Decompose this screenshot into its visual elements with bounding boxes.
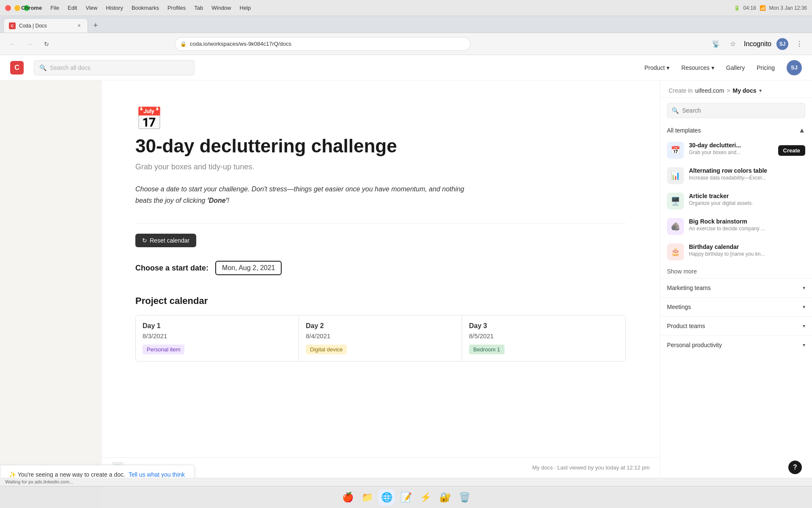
tab-close-button[interactable]: ✕ (76, 22, 82, 29)
header-nav: Product ▾ Resources ▾ Gallery Pricing SJ (645, 60, 802, 75)
template-icon-birthday-cal: 🎂 (667, 243, 684, 260)
panel-section-meetings: Meetings ▾ (660, 297, 812, 316)
doc-subtitle: Grab your boxes and tidy-up tunes. (135, 163, 626, 171)
tab-menu-item[interactable]: Tab (194, 5, 203, 11)
user-avatar-small[interactable]: SJ (776, 38, 788, 50)
tabbar: C Coda | Docs ✕ + (0, 16, 812, 33)
doc-emoji: 📅 (135, 106, 626, 132)
product-teams-section-header[interactable]: Product teams ▾ (660, 317, 812, 335)
template-desc-article-tracker: Organize your digital assets. (689, 200, 782, 206)
dock-finder2-icon[interactable]: 📁 (359, 489, 375, 505)
user-avatar[interactable]: SJ (787, 60, 802, 75)
show-more-button[interactable]: Show more (660, 265, 812, 278)
datetime: Mon 3 Jan 12:36 (769, 5, 807, 11)
resources-dropdown-icon: ▾ (711, 64, 714, 71)
calendar-day-3: Day 3 8/5/2021 Bedroom 1 (462, 315, 625, 361)
day-2-tag[interactable]: Digital device (306, 345, 347, 354)
day-2-header: Day 2 (306, 322, 455, 330)
template-desc-alt-row: Increase data readability—Excel... (689, 175, 782, 181)
template-text-big-rock: Big Rock brainstorm An exercise to decid… (689, 218, 805, 232)
help-button[interactable]: ? (788, 461, 802, 474)
charge-time: 04:18 (743, 5, 756, 11)
templates-collapse-button[interactable]: ▲ (798, 127, 805, 134)
day-3-tag[interactable]: Bedroom 1 (469, 345, 505, 354)
dock-chrome-icon[interactable]: 🌐 (379, 489, 395, 505)
template-name-birthday-cal: Birthday calendar (689, 243, 805, 250)
panel-search-input[interactable] (682, 107, 801, 114)
template-name-article-tracker: Article tracker (689, 193, 805, 199)
dock-trash-icon[interactable]: 🗑️ (456, 489, 472, 505)
addressbar-right: 📡 ☆ Incognito SJ ⋮ (710, 38, 805, 50)
file-menu-item[interactable]: File (50, 5, 59, 11)
profiles-menu-item[interactable]: Profiles (167, 5, 186, 11)
template-name-big-rock: Big Rock brainstorm (689, 218, 805, 225)
dock-lock-icon[interactable]: 🔐 (437, 489, 453, 505)
panel-search-icon: 🔍 (672, 107, 679, 114)
pricing-nav-item[interactable]: Pricing (757, 64, 775, 71)
template-text-declutter: 30-day declutteri... Grab your boxes and… (689, 142, 773, 155)
project-calendar-title: Project calendar (135, 295, 626, 306)
panel-search[interactable]: 🔍 (667, 103, 805, 118)
edit-menu-item[interactable]: Edit (68, 5, 77, 11)
titlebar: Chrome File Edit View History Bookmarks … (0, 0, 812, 16)
panel-section-product-teams: Product teams ▾ (660, 316, 812, 335)
template-desc-big-rock: An exercise to decide company ... (689, 226, 782, 232)
close-button[interactable] (5, 5, 11, 11)
browser-tab[interactable]: C Coda | Docs ✕ (3, 18, 88, 33)
user-label: Incognito (744, 40, 771, 48)
product-dropdown-icon: ▾ (667, 64, 669, 71)
header-search[interactable]: 🔍 Search all docs (34, 60, 195, 75)
template-text-birthday-cal: Birthday calendar Happy birthday to [nam… (689, 243, 805, 257)
bookmarks-menu-item[interactable]: Bookmarks (132, 5, 159, 11)
marketing-teams-section-header[interactable]: Marketing teams ▾ (660, 279, 812, 297)
template-icon-big-rock: 🪨 (667, 218, 684, 235)
start-date-picker[interactable]: Mon, Aug 2, 2021 (215, 261, 282, 275)
template-item-alt-row[interactable]: 📊 Alternating row colors table Increase … (660, 163, 812, 188)
create-in-chevron-icon: ▾ (759, 88, 762, 94)
gallery-nav-item[interactable]: Gallery (726, 64, 745, 71)
dock: 🍎 📁 🌐 📝 ⚡ 🔐 🗑️ (0, 486, 812, 508)
resources-nav-item[interactable]: Resources ▾ (681, 64, 714, 71)
url-bar[interactable]: 🔒 coda.io/workspaces/ws-9k084c17rQ/docs (175, 37, 471, 51)
product-nav-item[interactable]: Product ▾ (645, 64, 669, 71)
reset-calendar-button[interactable]: ↻ Reset calendar (135, 234, 196, 247)
wifi-icon: 📶 (760, 5, 766, 11)
history-menu-item[interactable]: History (106, 5, 123, 11)
template-item-declutter[interactable]: 📅 30-day declutteri... Grab your boxes a… (660, 138, 812, 163)
dock-bolt-icon[interactable]: ⚡ (417, 489, 433, 505)
template-item-birthday-cal[interactable]: 🎂 Birthday calendar Happy birthday to [n… (660, 239, 812, 265)
view-menu-item[interactable]: View (85, 5, 97, 11)
reload-button[interactable]: ↻ (41, 38, 52, 50)
window-menu-item[interactable]: Window (211, 5, 231, 11)
create-in-site-link[interactable]: uifeed.com (695, 87, 724, 94)
meetings-label: Meetings (667, 304, 691, 310)
dock-finder-icon[interactable]: 🍎 (340, 489, 356, 505)
meetings-section-header[interactable]: Meetings ▾ (660, 298, 812, 316)
coda-logo[interactable]: C (10, 61, 24, 75)
back-button[interactable]: ← (7, 38, 19, 50)
template-item-big-rock[interactable]: 🪨 Big Rock brainstorm An exercise to dec… (660, 214, 812, 239)
create-in-label: Create in (669, 87, 693, 94)
create-button-declutter[interactable]: Create (778, 145, 805, 156)
dock-notes-icon[interactable]: 📝 (398, 489, 414, 505)
doc-body: Choose a date to start your challenge. D… (135, 183, 465, 206)
minimize-button[interactable] (14, 5, 20, 11)
day-1-header: Day 1 (143, 322, 292, 330)
templates-header: All templates ▲ (660, 123, 812, 138)
create-in-dest[interactable]: My docs (732, 87, 756, 94)
calendar-day-2: Day 2 8/4/2021 Digital device (299, 315, 462, 361)
chrome-menu-item[interactable]: Chrome (21, 5, 42, 11)
bookmark-button[interactable]: ☆ (727, 38, 739, 50)
personal-productivity-section-header[interactable]: Personal productivity ▾ (660, 336, 812, 354)
template-icon-alt-row: 📊 (667, 167, 684, 184)
template-item-article-tracker[interactable]: 🖥️ Article tracker Organize your digital… (660, 188, 812, 214)
new-tab-button[interactable]: + (90, 19, 102, 31)
tab-favicon: C (9, 22, 16, 29)
day-3-header: Day 3 (469, 322, 619, 330)
extensions-button[interactable]: ⋮ (793, 38, 805, 50)
day-1-tag[interactable]: Personal item (143, 345, 184, 354)
forward-button[interactable]: → (24, 38, 36, 50)
notification-link[interactable]: Tell us what you think (129, 471, 185, 478)
help-menu-item[interactable]: Help (240, 5, 251, 11)
cast-button[interactable]: 📡 (710, 38, 722, 50)
